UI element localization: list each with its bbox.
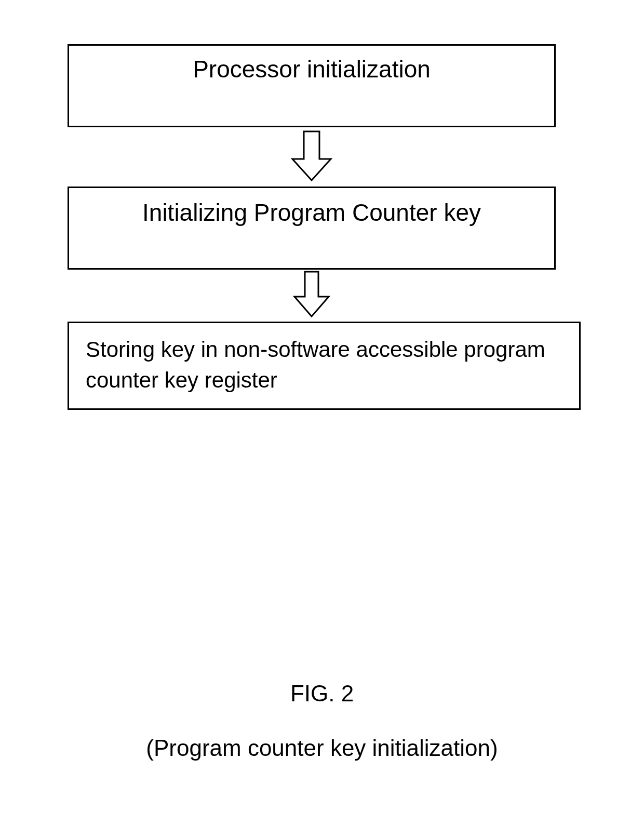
- arrow-2: [68, 271, 556, 318]
- step-box-3: Storing key in non-software accessible p…: [68, 322, 581, 410]
- figure-caption: FIG. 2 (Program counter key initializati…: [0, 681, 644, 761]
- arrow-1: [68, 130, 556, 182]
- flowchart: Processor initialization Initializing Pr…: [68, 44, 581, 410]
- step-box-2: Initializing Program Counter key: [68, 187, 556, 270]
- down-arrow-icon: [290, 271, 333, 318]
- step-2-text: Initializing Program Counter key: [142, 199, 481, 226]
- figure-subtitle: (Program counter key initialization): [0, 735, 644, 761]
- step-3-text: Storing key in non-software accessible p…: [86, 337, 545, 392]
- step-1-text: Processor initialization: [193, 56, 431, 83]
- figure-label: FIG. 2: [0, 681, 644, 707]
- step-box-1: Processor initialization: [68, 44, 556, 127]
- down-arrow-icon: [288, 130, 335, 182]
